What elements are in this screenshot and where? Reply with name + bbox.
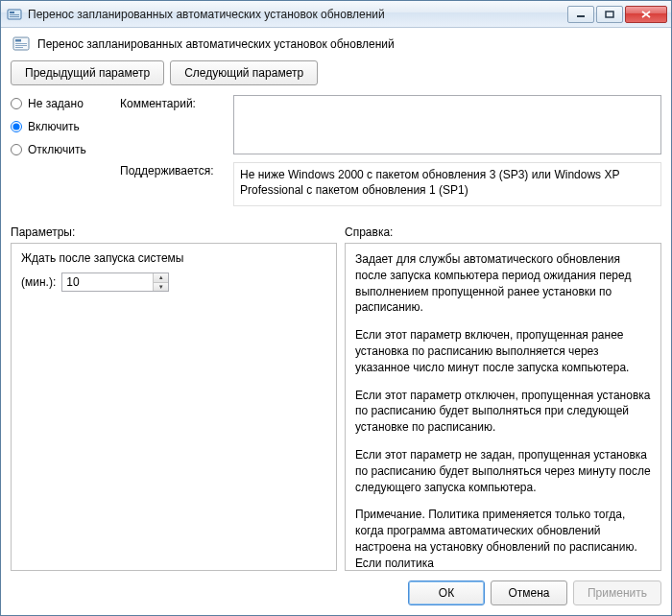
radio-disabled[interactable]: Отключить	[11, 143, 107, 156]
state-column: Не задано Включить Отключить	[11, 95, 107, 206]
next-setting-button[interactable]: Следующий параметр	[170, 60, 318, 85]
app-icon	[7, 7, 22, 22]
minimize-button[interactable]	[567, 6, 594, 23]
policy-icon	[12, 36, 30, 53]
header-row: Перенос запланированных автоматических у…	[12, 36, 661, 53]
window-controls	[567, 6, 667, 23]
svg-rect-8	[15, 43, 27, 44]
supported-label: Поддерживается:	[120, 162, 226, 206]
apply-button[interactable]: Применить	[573, 580, 661, 605]
dialog-window: Перенос запланированных автоматических у…	[0, 0, 672, 616]
footer: ОК Отмена Применить	[11, 571, 661, 605]
options-section-label: Параметры:	[11, 225, 345, 239]
radio-not-configured-label: Не задано	[28, 97, 84, 110]
svg-rect-10	[15, 47, 23, 48]
fields-column: Комментарий: Поддерживается: Не ниже Win…	[120, 95, 661, 206]
comment-input[interactable]	[233, 95, 661, 154]
help-panel: Задает для службы автоматического обновл…	[345, 243, 661, 571]
cancel-button[interactable]: Отмена	[491, 580, 567, 605]
help-section-label: Справка:	[345, 225, 661, 239]
svg-rect-1	[10, 12, 14, 13]
help-p5: Примечание. Политика применяется только …	[355, 507, 651, 571]
svg-rect-4	[577, 15, 585, 17]
supported-row: Поддерживается: Не ниже Windows 2000 с п…	[120, 162, 661, 206]
radio-disabled-label: Отключить	[28, 143, 86, 156]
titlebar: Перенос запланированных автоматических у…	[1, 1, 671, 28]
minutes-label: (мин.):	[21, 275, 56, 289]
radio-enabled-label: Включить	[28, 120, 80, 133]
maximize-button[interactable]	[596, 6, 623, 23]
spin-down-button[interactable]: ▼	[154, 283, 168, 292]
svg-rect-2	[10, 14, 19, 15]
svg-rect-5	[606, 12, 613, 17]
svg-rect-3	[10, 16, 19, 17]
content-area: Перенос запланированных автоматических у…	[1, 28, 671, 615]
supported-text: Не ниже Windows 2000 с пакетом обновлени…	[233, 162, 661, 206]
close-button[interactable]	[625, 6, 667, 23]
window-title: Перенос запланированных автоматических у…	[28, 8, 567, 21]
nav-buttons: Предыдущий параметр Следующий параметр	[11, 60, 661, 85]
help-p2: Если этот параметр включен, пропущенная …	[355, 327, 651, 375]
section-labels: Параметры: Справка:	[11, 225, 661, 239]
radio-enabled[interactable]: Включить	[11, 120, 107, 133]
panels: Ждать после запуска системы (мин.): ▲ ▼ …	[11, 243, 661, 571]
minutes-row: (мин.): ▲ ▼	[21, 272, 326, 292]
svg-rect-7	[15, 39, 21, 42]
spin-up-button[interactable]: ▲	[154, 273, 168, 283]
options-panel: Ждать после запуска системы (мин.): ▲ ▼	[11, 243, 337, 571]
help-p3: Если этот параметр отключен, пропущенная…	[355, 388, 651, 436]
radio-not-configured[interactable]: Не задано	[11, 97, 107, 110]
comment-row: Комментарий:	[120, 95, 661, 154]
comment-label: Комментарий:	[120, 95, 226, 154]
svg-rect-9	[15, 45, 27, 46]
help-p1: Задает для службы автоматического обновл…	[355, 251, 651, 316]
wait-label: Ждать после запуска системы	[21, 251, 326, 265]
radio-not-configured-input[interactable]	[11, 98, 22, 109]
spin-buttons: ▲ ▼	[153, 273, 168, 291]
top-section: Не задано Включить Отключить Комментарий…	[11, 95, 661, 206]
help-p4: Если этот параметр не задан, пропущенная…	[355, 447, 651, 495]
radio-enabled-input[interactable]	[11, 121, 22, 132]
header-title: Перенос запланированных автоматических у…	[37, 37, 395, 51]
minutes-spinner: ▲ ▼	[61, 272, 169, 292]
previous-setting-button[interactable]: Предыдущий параметр	[11, 60, 164, 85]
minutes-input[interactable]	[62, 273, 153, 291]
ok-button[interactable]: ОК	[408, 580, 485, 605]
radio-disabled-input[interactable]	[11, 144, 22, 155]
